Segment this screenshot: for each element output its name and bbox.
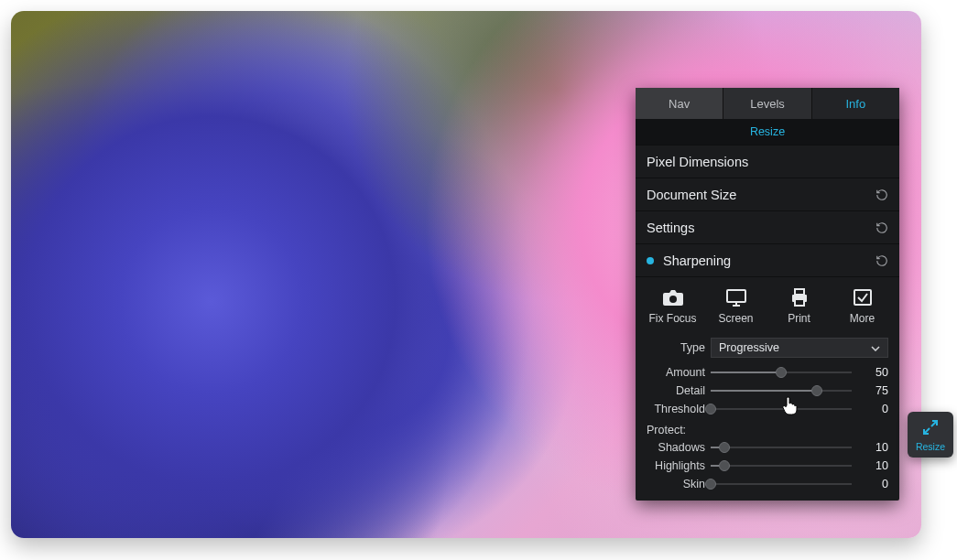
preset-label: Fix Focus — [648, 312, 696, 325]
svg-rect-8 — [854, 290, 871, 305]
sharpen-presets: Fix Focus Screen Print More — [636, 276, 899, 334]
slider-label: Amount — [647, 366, 705, 379]
slider-label: Detail — [647, 384, 705, 397]
resize-chip-label: Resize — [916, 441, 945, 452]
slider-thumb[interactable] — [719, 442, 730, 453]
slider-track-amount[interactable] — [711, 366, 852, 379]
slider-track-shadows[interactable] — [711, 441, 852, 454]
slider-value: 0 — [859, 403, 888, 415]
slider-skin: Skin0 — [636, 475, 899, 493]
svg-rect-6 — [795, 289, 804, 295]
panel-tabs: Nav Levels Info — [636, 88, 899, 119]
slider-label: Highlights — [647, 459, 705, 472]
resize-panel: Nav Levels Info Resize Pixel Dimensions … — [636, 88, 899, 501]
resize-tool-chip[interactable]: Resize — [908, 412, 953, 458]
preset-print[interactable]: Print — [772, 288, 827, 325]
section-settings[interactable]: Settings — [636, 210, 899, 243]
tab-info[interactable]: Info — [812, 88, 899, 119]
type-select[interactable]: Progressive — [711, 338, 888, 358]
section-sharpening[interactable]: Sharpening — [636, 243, 899, 276]
section-label: Document Size — [647, 188, 736, 202]
camera-icon — [662, 288, 684, 307]
slider-thumb[interactable] — [719, 460, 730, 471]
slider-track-highlights[interactable] — [711, 459, 852, 472]
svg-rect-2 — [727, 290, 745, 302]
slider-thumb[interactable] — [705, 404, 716, 415]
preset-fix-focus[interactable]: Fix Focus — [646, 288, 701, 325]
svg-point-1 — [669, 296, 677, 303]
section-label: Pixel Dimensions — [647, 155, 748, 169]
slider-track-skin[interactable] — [711, 478, 852, 490]
preset-more[interactable]: More — [835, 288, 890, 325]
slider-track-detail[interactable] — [711, 384, 852, 397]
slider-shadows: Shadows10 — [636, 438, 899, 457]
section-label: Sharpening — [663, 253, 731, 268]
type-row: Type Progressive — [636, 334, 899, 363]
type-value: Progressive — [719, 341, 779, 354]
slider-value: 10 — [859, 459, 888, 472]
slider-value: 0 — [859, 478, 888, 490]
slider-threshold: Threshold0 — [636, 400, 899, 418]
preset-label: More — [850, 312, 875, 325]
slider-label: Skin — [647, 478, 705, 490]
printer-icon — [788, 288, 810, 307]
slider-label: Threshold — [647, 403, 705, 415]
slider-thumb[interactable] — [705, 479, 716, 490]
active-section-dot — [647, 257, 654, 264]
tab-nav[interactable]: Nav — [636, 88, 723, 119]
preset-screen[interactable]: Screen — [709, 288, 764, 325]
slider-detail: Detail75 — [636, 382, 899, 400]
panel-title: Resize — [636, 119, 899, 145]
protect-label: Protect: — [636, 418, 899, 438]
reset-icon[interactable] — [875, 188, 888, 201]
preset-label: Print — [788, 312, 810, 325]
section-pixel-dimensions[interactable]: Pixel Dimensions — [636, 145, 899, 178]
slider-value: 50 — [859, 366, 888, 379]
reset-icon[interactable] — [875, 254, 888, 267]
slider-track-threshold[interactable] — [711, 403, 852, 415]
type-label: Type — [647, 341, 705, 354]
check-box-icon — [853, 288, 873, 307]
slider-value: 10 — [859, 441, 888, 454]
slider-amount: Amount50 — [636, 363, 899, 382]
tab-levels[interactable]: Levels — [723, 88, 811, 119]
resize-arrows-icon — [921, 418, 940, 438]
slider-value: 75 — [859, 384, 888, 397]
reset-icon[interactable] — [875, 221, 888, 234]
slider-highlights: Highlights10 — [636, 457, 899, 475]
slider-thumb[interactable] — [776, 367, 787, 378]
section-label: Settings — [647, 221, 694, 235]
section-document-size[interactable]: Document Size — [636, 178, 899, 210]
preset-label: Screen — [718, 312, 753, 325]
svg-rect-7 — [795, 299, 804, 306]
chevron-down-icon — [871, 341, 880, 354]
slider-thumb[interactable] — [811, 385, 822, 396]
monitor-icon — [725, 288, 747, 307]
slider-label: Shadows — [647, 441, 705, 454]
